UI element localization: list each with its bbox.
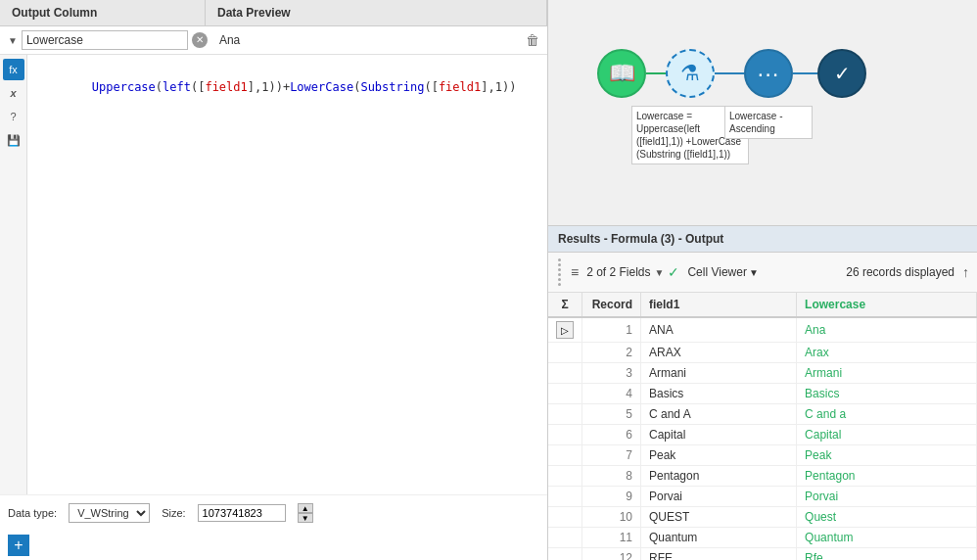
table-row: 9PorvaiPorvai [548,487,977,507]
fields-count-label: 2 of 2 Fields [586,265,650,279]
record-number: 5 [582,404,641,425]
table-row: 3ArmaniArmani [548,363,977,384]
record-number: 4 [582,384,641,404]
x-icon-button[interactable]: x [3,82,24,104]
lowercase-value: C and a [797,404,977,425]
record-number: 9 [582,487,641,507]
table-row: 8PentagonPentagon [548,466,977,487]
preview-value: Ana [211,31,248,49]
size-label: Size: [162,507,185,519]
input-node-circle: 📖 [597,49,646,98]
table-header-row: Σ Record field1 Lowercase [548,293,977,317]
output-node[interactable]: ✓ [817,49,866,98]
cell-viewer-button[interactable]: Cell Viewer ▼ [687,265,758,279]
field1-value: ANA [641,317,797,343]
editor-area: fx x ? 💾 Uppercase(left([field1],1))+Low… [0,55,547,494]
field-name-input[interactable] [22,30,188,50]
field1-value: ARAX [641,343,797,363]
left-panel: Output Column Data Preview ▼ ✕ Ana 🗑 fx … [0,0,548,560]
lowercase-value: Rfe [797,548,977,561]
row-selector-button[interactable]: ▷ [556,321,574,339]
data-type-select[interactable]: V_WString String Int32 Double [69,503,150,523]
data-type-label: Data type: [8,507,57,519]
formula-node[interactable]: ⚗ Lowercase = Uppercase(left ([field1],1… [666,49,715,98]
workflow: 📖 ⚗ Lowercase = Uppercase(left ([field1]… [597,49,866,98]
record-number: 7 [582,445,641,466]
record-number: 2 [582,343,641,363]
lowercase-value: Peak [797,445,977,466]
lowercase-value: Basics [797,384,977,404]
grid-icon-button[interactable]: ≡ [571,264,579,280]
cell-viewer-label: Cell Viewer [687,265,746,279]
add-field-button[interactable]: + [8,535,29,556]
table-row: 5C and AC and a [548,404,977,425]
records-count: 26 records displayed [846,265,954,279]
upload-icon-button[interactable]: ↑ [962,264,969,280]
table-row: 10QUESTQuest [548,507,977,528]
connector-2 [715,72,744,74]
field1-value: Basics [641,384,797,404]
formula-text: Uppercase(left([field1],1))+LowerCase(Su… [35,61,539,114]
input-node[interactable]: 📖 [597,49,646,98]
lowercase-value: Ana [797,317,977,343]
drag-handle [556,257,563,288]
canvas-area: 📖 ⚗ Lowercase = Uppercase(left ([field1]… [548,0,977,225]
formula-icon-button[interactable]: fx [3,59,24,80]
sigma-header: Σ [548,293,582,317]
field-row: ▼ ✕ Ana 🗑 [0,26,547,55]
results-toolbar: ≡ 2 of 2 Fields ▼ ✓ Cell Viewer ▼ 26 rec… [548,253,977,293]
field1-value: Quantum [641,528,797,548]
question-icon-button[interactable]: ? [3,106,24,127]
bottom-controls: Data type: V_WString String Int32 Double… [0,494,547,531]
record-number: 3 [582,363,641,384]
record-number: 11 [582,528,641,548]
lowercase-value: Armani [797,363,977,384]
record-header: Record [582,293,641,317]
chevron-down-icon: ▼ [8,35,18,46]
right-panel: 📖 ⚗ Lowercase = Uppercase(left ([field1]… [548,0,977,560]
connector-3 [793,72,817,74]
connector-1 [646,72,666,74]
size-input[interactable] [198,504,286,522]
book-icon: 📖 [609,61,635,86]
save-icon-button[interactable]: 💾 [3,129,24,151]
field1-value: Capital [641,425,797,445]
table-row: 12RFERfe [548,548,977,561]
record-number: 8 [582,466,641,487]
output-node-circle: ✓ [817,49,866,98]
lowercase-value: Pentagon [797,466,977,487]
formula-area: Uppercase(left([field1],1))+LowerCase(Su… [27,55,547,494]
spin-down-button[interactable]: ▼ [298,513,313,523]
formula-node-circle: ⚗ [666,49,715,98]
sort-node-label: Lowercase - Ascending [724,106,813,139]
lowercase-header: Lowercase [797,293,977,317]
spin-up-button[interactable]: ▲ [298,503,313,513]
data-preview-header: Data Preview [206,0,547,25]
table-row: 6CapitalCapital [548,425,977,445]
field1-value: QUEST [641,507,797,528]
results-panel: Results - Formula (3) - Output ≡ 2 of 2 … [548,225,977,560]
record-number: 1 [582,317,641,343]
size-spinner[interactable]: ▲ ▼ [298,503,313,523]
lowercase-value: Arax [797,343,977,363]
clear-button[interactable]: ✕ [192,32,208,48]
field1-value: RFE [641,548,797,561]
flask-icon: ⚗ [680,61,700,86]
delete-field-button[interactable]: 🗑 [526,32,539,48]
lowercase-value: Quantum [797,528,977,548]
fields-badge[interactable]: 2 of 2 Fields ▼ ✓ [586,264,679,280]
record-number: 12 [582,548,641,561]
lowercase-value: Quest [797,507,977,528]
icon-toolbar: fx x ? 💾 [0,55,27,494]
record-number: 10 [582,507,641,528]
table-row: 7PeakPeak [548,445,977,466]
results-table: Σ Record field1 Lowercase ▷1ANAAna2ARAXA… [548,293,977,560]
field1-value: Pentagon [641,466,797,487]
panel-header: Output Column Data Preview [0,0,547,26]
field1-value: Peak [641,445,797,466]
table-row: 2ARAXArax [548,343,977,363]
field1-value: Porvai [641,487,797,507]
field1-value: Armani [641,363,797,384]
sort-node[interactable]: ··· Lowercase - Ascending [744,49,793,98]
table-row: 11QuantumQuantum [548,528,977,548]
